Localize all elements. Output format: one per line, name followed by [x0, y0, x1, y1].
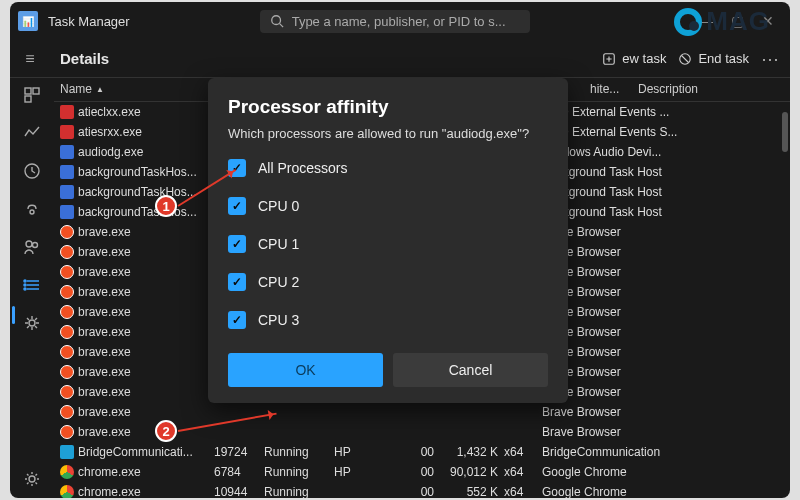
performance-icon[interactable] — [23, 124, 41, 142]
description: Brave Browser — [534, 225, 790, 239]
checkbox-label: All Processors — [258, 160, 347, 176]
process-name: brave.exe — [78, 305, 131, 319]
startup-icon[interactable] — [23, 200, 41, 218]
process-icon — [60, 405, 74, 419]
process-icon — [60, 485, 74, 498]
cpu: 00 — [404, 465, 434, 479]
hp: HP — [334, 445, 404, 459]
description: Brave Browser — [534, 345, 790, 359]
process-name: audiodg.exe — [78, 145, 143, 159]
description: Background Task Host — [534, 185, 790, 199]
affinity-checkbox[interactable]: ✓All Processors — [228, 159, 548, 177]
process-name: brave.exe — [78, 405, 131, 419]
overflow-menu[interactable]: ⋯ — [761, 48, 780, 70]
pid: 6784 — [214, 465, 264, 479]
checkbox-label: CPU 2 — [258, 274, 299, 290]
process-icon — [60, 425, 74, 439]
cpu: 00 — [404, 445, 434, 459]
process-icon — [60, 185, 74, 199]
process-name: backgroundTaskHos... — [78, 205, 197, 219]
col-architecture[interactable]: hite... — [590, 82, 630, 96]
svg-point-17 — [24, 280, 26, 282]
dialog-subtitle: Which processors are allowed to run "aud… — [228, 126, 548, 141]
affinity-checkbox[interactable]: ✓CPU 1 — [228, 235, 548, 253]
details-icon[interactable] — [23, 276, 41, 294]
processor-affinity-dialog: Processor affinity Which processors are … — [208, 78, 568, 403]
table-row[interactable]: chrome.exe10944Running00552 Kx64Google C… — [54, 482, 790, 498]
affinity-checkbox[interactable]: ✓CPU 3 — [228, 311, 548, 329]
description: Brave Browser — [534, 305, 790, 319]
description: Background Task Host — [534, 205, 790, 219]
svg-point-12 — [26, 241, 32, 247]
svg-rect-9 — [25, 96, 31, 102]
process-icon — [60, 285, 74, 299]
affinity-checkbox[interactable]: ✓CPU 2 — [228, 273, 548, 291]
process-icon — [60, 245, 74, 259]
checkbox-icon: ✓ — [228, 311, 246, 329]
new-task-button[interactable]: ew task — [602, 51, 666, 66]
checkbox-label: CPU 3 — [258, 312, 299, 328]
process-icon — [60, 385, 74, 399]
status: Running — [264, 485, 334, 498]
process-icon — [60, 205, 74, 219]
arch: x64 — [504, 465, 534, 479]
col-name[interactable]: Name — [60, 82, 92, 96]
status: Running — [264, 445, 334, 459]
process-icon — [60, 325, 74, 339]
checkbox-icon: ✓ — [228, 235, 246, 253]
users-icon[interactable] — [23, 238, 41, 256]
process-icon — [60, 345, 74, 359]
table-row[interactable]: brave.exeBrave Browser — [54, 402, 790, 422]
process-name: brave.exe — [78, 245, 131, 259]
affinity-checkbox[interactable]: ✓CPU 0 — [228, 197, 548, 215]
process-name: brave.exe — [78, 425, 131, 439]
process-name: brave.exe — [78, 365, 131, 379]
plus-box-icon — [602, 52, 616, 66]
table-row[interactable]: chrome.exe6784RunningHP0090,012 Kx64Goog… — [54, 462, 790, 482]
checkbox-icon: ✓ — [228, 197, 246, 215]
col-description[interactable]: Description — [630, 82, 790, 96]
memory: 552 K — [434, 485, 504, 498]
process-icon — [60, 265, 74, 279]
pid: 19724 — [214, 445, 264, 459]
ok-button[interactable]: OK — [228, 353, 383, 387]
section-title: Details — [50, 50, 109, 67]
settings-icon[interactable] — [23, 470, 41, 488]
process-name: chrome.exe — [78, 465, 141, 479]
scrollbar-thumb[interactable] — [782, 112, 788, 152]
end-task-button[interactable]: End task — [678, 51, 749, 66]
logo-circle-icon — [674, 8, 702, 36]
arch: x64 — [504, 445, 534, 459]
svg-line-6 — [682, 55, 689, 62]
svg-point-20 — [29, 320, 35, 326]
description: AMD External Events S... — [534, 125, 790, 139]
processes-icon[interactable] — [23, 86, 41, 104]
toolbar: ≡ Details ew task End task ⋯ — [10, 40, 790, 78]
process-name: brave.exe — [78, 345, 131, 359]
process-name: BridgeCommunicati... — [78, 445, 193, 459]
process-name: brave.exe — [78, 285, 131, 299]
search-icon — [270, 14, 284, 28]
cancel-button[interactable]: Cancel — [393, 353, 548, 387]
process-icon — [60, 125, 74, 139]
end-icon — [678, 52, 692, 66]
description: BridgeCommunication — [534, 445, 790, 459]
search-placeholder: Type a name, publisher, or PID to s... — [292, 14, 506, 29]
hp: HP — [334, 465, 404, 479]
menu-button[interactable]: ≡ — [10, 50, 50, 68]
description: Windows Audio Devi... — [534, 145, 790, 159]
search-input[interactable]: Type a name, publisher, or PID to s... — [260, 10, 530, 33]
app-title: Task Manager — [48, 14, 130, 29]
checkbox-icon: ✓ — [228, 273, 246, 291]
svg-point-13 — [33, 243, 38, 248]
services-icon[interactable] — [23, 314, 41, 332]
svg-rect-7 — [25, 88, 31, 94]
description: Google Chrome — [534, 485, 790, 498]
memory: 1,432 K — [434, 445, 504, 459]
description: Brave Browser — [534, 425, 790, 439]
pid: 10944 — [214, 485, 264, 498]
description: Google Chrome — [534, 465, 790, 479]
table-row[interactable]: BridgeCommunicati...19724RunningHP001,43… — [54, 442, 790, 462]
history-icon[interactable] — [23, 162, 41, 180]
description: AMD External Events ... — [534, 105, 790, 119]
